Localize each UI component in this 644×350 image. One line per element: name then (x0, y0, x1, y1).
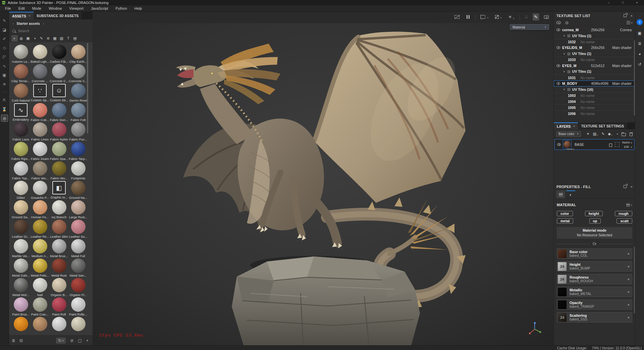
texture-set-row[interactable]: 1032 No name (554, 39, 634, 45)
tab-properties[interactable] (556, 190, 565, 198)
resources-updater-button[interactable]: ↻∨ (56, 338, 66, 344)
asset-item[interactable]: Fabric Felt (69, 103, 88, 122)
new-resource-button[interactable]: ▢ (78, 338, 82, 343)
shader-mode-dropdown[interactable]: Material ∨ (510, 24, 549, 30)
asset-item[interactable]: Baked Ligh... (31, 45, 49, 64)
resource-row[interactable]: 24 Scattering baked_SSS × (557, 312, 632, 323)
remove-resource-icon[interactable]: × (628, 277, 630, 281)
asset-item[interactable]: Cork Natural (11, 83, 30, 103)
dock-panel-button[interactable]: ▣ (638, 31, 641, 36)
asset-item[interactable]: Fabric Nylon (50, 122, 68, 142)
texture-set-row[interactable]: ∨ UV Tiles (16) (554, 86, 634, 93)
menu-item[interactable]: File (1, 5, 15, 12)
layers-toolbar-button[interactable]: ✶ (586, 132, 589, 136)
list-options-button[interactable]: ∨ (627, 21, 633, 24)
chevron-right-icon[interactable]: › (43, 22, 44, 25)
asset-filter-button[interactable]: ▣ (25, 35, 31, 42)
tab-substance-3d-assets[interactable]: SUBSTANCE 3D ASSETS (34, 12, 82, 19)
close-button[interactable]: × (630, 0, 644, 5)
asset-item[interactable]: Fabric Spa... (50, 142, 68, 161)
asset-item[interactable]: Marble Vei... (11, 239, 30, 258)
asset-item[interactable]: Fabric Puc... (69, 122, 88, 142)
clear-session-button[interactable]: ⊘ (70, 338, 73, 343)
tab-assets[interactable]: ASSETS × (9, 12, 34, 19)
tool-button[interactable] (2, 92, 7, 92)
asset-item[interactable]: Clay Terrac... (11, 64, 30, 83)
remove-resource-icon[interactable]: × (628, 303, 630, 307)
asset-item[interactable] (69, 317, 88, 335)
material-mode-box[interactable]: Material mode No Resource Selected (557, 227, 632, 239)
asset-filter-button[interactable]: ◐ (11, 35, 18, 42)
undock-panel-icon[interactable] (624, 185, 627, 188)
close-panel-icon[interactable]: × (631, 185, 633, 189)
channel-height-button[interactable]: height (585, 211, 603, 216)
search-input[interactable] (18, 29, 75, 33)
tool-button[interactable]: ◸ (1, 53, 8, 60)
channel-scatt-button[interactable]: scatt (616, 218, 632, 224)
remove-resource-icon[interactable]: × (628, 315, 630, 319)
asset-item[interactable]: Leather Skin (50, 220, 68, 239)
channel-color-button[interactable]: color (557, 211, 573, 216)
layer-thumbnail-box[interactable] (563, 140, 572, 149)
collapse-caret-icon[interactable]: ∨ (563, 70, 565, 73)
asset-item[interactable]: Metal Brus... (50, 239, 68, 258)
viewport-toolbar-button[interactable]: ∨ (479, 14, 490, 20)
asset-filter-button[interactable]: ✎ (38, 35, 45, 42)
remove-resource-icon[interactable]: × (628, 265, 630, 269)
asset-item[interactable]: ∿ Embroidery (11, 103, 30, 122)
asset-item[interactable]: Ivy Branch (50, 200, 68, 220)
solo-visibility-icon[interactable]: ⊙ (565, 20, 569, 25)
texture-set-row[interactable]: ∨ UV Tiles (1) (554, 33, 634, 39)
layer-row-base[interactable]: BASE Norm∨ 100 ∨ (554, 139, 635, 150)
asset-item[interactable]: Concrete C... (50, 64, 68, 83)
menu-item[interactable]: Python (112, 5, 130, 12)
layers-toolbar-button[interactable]: ▨ ∨ (593, 132, 598, 136)
undock-panel-icon[interactable] (624, 14, 627, 17)
menu-item[interactable]: Window (45, 5, 65, 12)
dock-panel-button[interactable]: ≣ (638, 41, 641, 46)
asset-item[interactable]: Fabric Wo... (31, 161, 49, 181)
channel-rough-button[interactable]: rough (615, 211, 632, 216)
menu-item[interactable]: Mode (29, 5, 45, 12)
toggle-all-visibility-icon[interactable] (556, 21, 561, 24)
visibility-eye-icon[interactable] (556, 82, 560, 85)
texture-set-row[interactable]: M_BODY 4096x4096 Main shader (554, 80, 634, 86)
asset-item[interactable]: Ground Na... (69, 181, 88, 200)
asset-item[interactable]: Metal Foil (69, 239, 88, 258)
export-textures-button[interactable]: ⇧ (637, 19, 643, 25)
viewport-toolbar-button[interactable] (453, 14, 462, 20)
asset-filter-button[interactable]: T (65, 35, 71, 42)
asset-item[interactable]: Fabric Rips... (11, 142, 30, 161)
asset-filter-button[interactable]: ▧ (58, 35, 65, 42)
asset-item[interactable]: Fabric Tarp... (69, 142, 88, 161)
texture-set-row[interactable]: 1005 No name (554, 104, 634, 110)
mask-placeholder-icon[interactable] (615, 142, 620, 147)
resource-row[interactable]: 24 Base color baked_COL × (557, 248, 632, 259)
asset-filter-button[interactable]: ◍ (18, 35, 24, 42)
viewport-toolbar-button[interactable] (520, 14, 520, 20)
texture-set-row[interactable]: cornea_M 256x256 Cornea (554, 27, 634, 33)
asset-item[interactable]: Fabric Lace (11, 122, 30, 142)
channel-filter-dropdown[interactable]: Base color ∨ (556, 131, 581, 137)
texture-set-row[interactable]: ∨ UV Tiles (1) (554, 51, 634, 57)
asset-folder-view-button[interactable]: ⊟ (19, 338, 23, 343)
collapse-caret-icon[interactable]: ∨ (563, 88, 565, 91)
asset-item[interactable]: Fabric Wo... (50, 161, 68, 181)
collapse-caret-icon[interactable]: ∨ (563, 34, 565, 37)
layers-toolbar-button[interactable]: ✎ (601, 132, 604, 136)
duplicate-content-icon[interactable] (609, 143, 612, 147)
minimize-button[interactable]: – (602, 0, 616, 5)
texture-set-row[interactable]: 1033 No name (554, 57, 634, 63)
tool-button[interactable]: ⌛ (1, 106, 8, 113)
layers-toolbar-button[interactable] (630, 132, 633, 136)
asset-item[interactable]: Ground Sa... (11, 200, 30, 220)
tool-button[interactable]: ∿ (1, 62, 8, 69)
asset-item[interactable]: Nail (31, 278, 49, 297)
asset-item[interactable]: Carbon Fib... (50, 45, 68, 64)
layer-visibility-icon[interactable] (557, 143, 561, 146)
asset-grid-scrollbar[interactable] (87, 43, 88, 133)
texture-set-row[interactable]: 1004 No name (554, 99, 634, 105)
chevron-left-icon[interactable]: › (12, 22, 13, 25)
asset-item[interactable]: Gouache P... (31, 181, 49, 200)
tab-close-icon[interactable]: × (29, 14, 31, 18)
